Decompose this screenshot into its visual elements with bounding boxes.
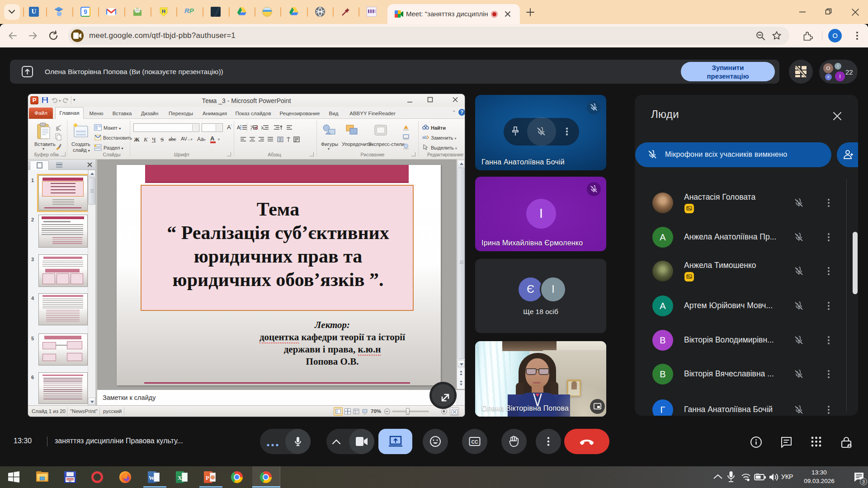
svg-text:1: 1: [250, 125, 252, 127]
svg-text:H: H: [162, 9, 165, 14]
svg-text:ab: ab: [422, 135, 427, 140]
svg-text:CC: CC: [471, 439, 478, 445]
svg-text:2: 2: [250, 128, 252, 131]
